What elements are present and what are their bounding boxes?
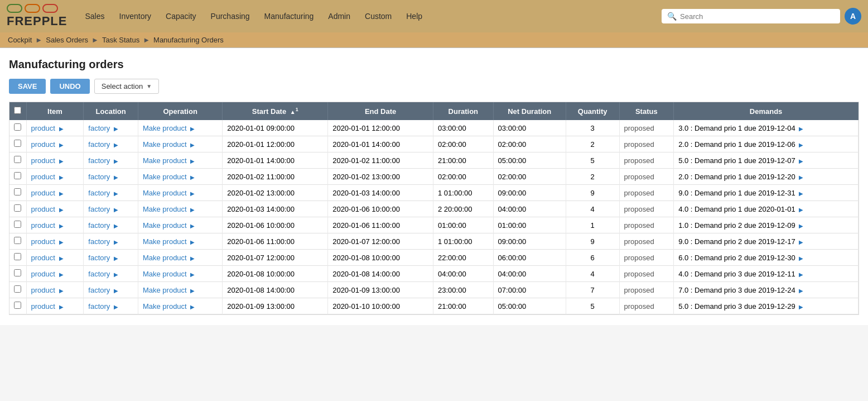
demands-arrow-icon[interactable]: ▶ [799, 142, 803, 148]
search-input[interactable] [680, 12, 835, 21]
breadcrumb-cockpit[interactable]: Cockpit [8, 36, 32, 44]
location-arrow-icon[interactable]: ▶ [114, 223, 118, 229]
col-end-date[interactable]: End Date [328, 102, 433, 120]
row-checkbox[interactable] [14, 285, 21, 293]
location-arrow-icon[interactable]: ▶ [114, 288, 118, 294]
location-link[interactable]: factory [88, 140, 110, 149]
location-arrow-icon[interactable]: ▶ [114, 207, 118, 213]
location-link[interactable]: factory [88, 205, 110, 213]
item-arrow-icon[interactable]: ▶ [59, 255, 64, 261]
col-duration[interactable]: Duration [433, 102, 494, 120]
col-item[interactable]: Item [26, 102, 84, 120]
item-link[interactable]: product [31, 189, 55, 197]
row-checkbox[interactable] [14, 253, 21, 260]
save-button[interactable]: SAVE [9, 79, 46, 94]
row-checkbox[interactable] [14, 221, 21, 228]
demands-arrow-icon[interactable]: ▶ [799, 239, 803, 245]
location-arrow-icon[interactable]: ▶ [114, 271, 118, 278]
operation-link[interactable]: Make product [143, 173, 187, 181]
nav-help[interactable]: Help [399, 8, 429, 24]
location-link[interactable]: factory [88, 286, 110, 294]
operation-arrow-icon[interactable]: ▶ [190, 142, 195, 148]
item-arrow-icon[interactable]: ▶ [59, 207, 64, 213]
col-status[interactable]: Status [619, 102, 674, 120]
nav-custom[interactable]: Custom [358, 8, 398, 24]
row-checkbox[interactable] [14, 204, 21, 212]
demands-arrow-icon[interactable]: ▶ [799, 126, 803, 132]
demands-arrow-icon[interactable]: ▶ [799, 207, 803, 213]
nav-inventory[interactable]: Inventory [113, 8, 158, 24]
avatar[interactable]: A [845, 8, 861, 25]
operation-link[interactable]: Make product [143, 237, 187, 246]
row-checkbox[interactable] [14, 237, 21, 244]
demands-arrow-icon[interactable]: ▶ [799, 304, 803, 310]
item-arrow-icon[interactable]: ▶ [59, 174, 64, 180]
item-link[interactable]: product [31, 286, 55, 294]
item-link[interactable]: product [31, 156, 55, 165]
location-arrow-icon[interactable]: ▶ [114, 142, 118, 148]
item-link[interactable]: product [31, 302, 55, 311]
location-link[interactable]: factory [88, 270, 110, 278]
location-arrow-icon[interactable]: ▶ [114, 190, 118, 197]
operation-link[interactable]: Make product [143, 254, 187, 262]
item-arrow-icon[interactable]: ▶ [59, 271, 64, 278]
location-arrow-icon[interactable]: ▶ [114, 255, 118, 261]
breadcrumb-sales-orders[interactable]: Sales Orders [46, 36, 88, 44]
col-start-date[interactable]: Start Date ▲1 [223, 102, 328, 120]
col-location[interactable]: Location [84, 102, 138, 120]
operation-link[interactable]: Make product [143, 302, 187, 311]
item-arrow-icon[interactable]: ▶ [59, 158, 64, 164]
item-arrow-icon[interactable]: ▶ [59, 288, 64, 294]
operation-arrow-icon[interactable]: ▶ [190, 288, 195, 294]
operation-arrow-icon[interactable]: ▶ [190, 158, 195, 164]
demands-arrow-icon[interactable]: ▶ [799, 288, 803, 294]
item-link[interactable]: product [31, 124, 55, 132]
operation-link[interactable]: Make product [143, 221, 187, 230]
item-link[interactable]: product [31, 237, 55, 246]
col-demands[interactable]: Demands [674, 102, 859, 120]
nav-purchasing[interactable]: Purchasing [204, 8, 257, 24]
demands-arrow-icon[interactable]: ▶ [799, 174, 803, 180]
location-link[interactable]: factory [88, 189, 110, 197]
operation-link[interactable]: Make product [143, 286, 187, 294]
nav-sales[interactable]: Sales [78, 8, 111, 24]
location-arrow-icon[interactable]: ▶ [114, 126, 118, 132]
operation-link[interactable]: Make product [143, 270, 187, 278]
demands-arrow-icon[interactable]: ▶ [799, 271, 803, 278]
operation-arrow-icon[interactable]: ▶ [190, 255, 195, 261]
nav-manufacturing[interactable]: Manufacturing [258, 8, 321, 24]
location-link[interactable]: factory [88, 237, 110, 246]
operation-arrow-icon[interactable]: ▶ [190, 223, 195, 229]
item-arrow-icon[interactable]: ▶ [59, 126, 64, 132]
demands-arrow-icon[interactable]: ▶ [799, 255, 803, 261]
item-arrow-icon[interactable]: ▶ [59, 142, 64, 148]
item-link[interactable]: product [31, 140, 55, 149]
demands-arrow-icon[interactable]: ▶ [799, 223, 803, 229]
nav-admin[interactable]: Admin [321, 8, 357, 24]
operation-arrow-icon[interactable]: ▶ [190, 190, 195, 197]
location-link[interactable]: factory [88, 302, 110, 311]
item-link[interactable]: product [31, 270, 55, 278]
location-link[interactable]: factory [88, 124, 110, 132]
operation-link[interactable]: Make product [143, 124, 187, 132]
operation-link[interactable]: Make product [143, 156, 187, 165]
location-arrow-icon[interactable]: ▶ [114, 239, 118, 245]
item-link[interactable]: product [31, 205, 55, 213]
col-net-duration[interactable]: Net Duration [493, 102, 566, 120]
location-arrow-icon[interactable]: ▶ [114, 158, 118, 164]
operation-link[interactable]: Make product [143, 140, 187, 149]
row-checkbox[interactable] [14, 188, 21, 195]
demands-arrow-icon[interactable]: ▶ [799, 158, 803, 164]
location-arrow-icon[interactable]: ▶ [114, 304, 118, 310]
col-quantity[interactable]: Quantity [566, 102, 619, 120]
operation-link[interactable]: Make product [143, 205, 187, 213]
row-checkbox[interactable] [14, 172, 21, 179]
nav-capacity[interactable]: Capacity [159, 8, 202, 24]
operation-arrow-icon[interactable]: ▶ [190, 207, 195, 213]
item-link[interactable]: product [31, 173, 55, 181]
location-link[interactable]: factory [88, 156, 110, 165]
operation-link[interactable]: Make product [143, 189, 187, 197]
item-arrow-icon[interactable]: ▶ [59, 304, 64, 310]
undo-button[interactable]: UNDO [50, 79, 89, 94]
select-all-checkbox[interactable] [14, 107, 21, 114]
